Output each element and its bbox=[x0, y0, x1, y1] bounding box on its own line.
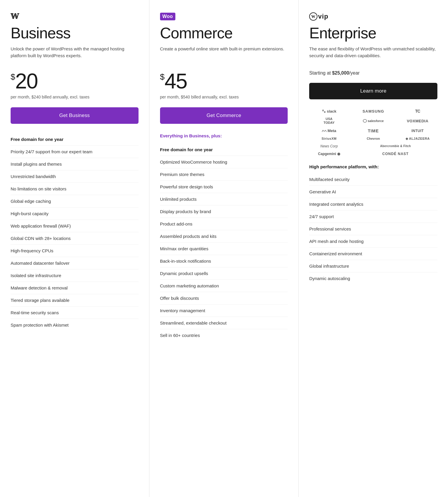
commerce-price-amount: 45 bbox=[164, 70, 187, 92]
logo-intuit: INTUIT bbox=[398, 129, 437, 133]
list-item: Back-in-stock notifications bbox=[160, 255, 288, 267]
list-item: 24/7 support bbox=[309, 210, 437, 223]
list-item: Min/max order quantities bbox=[160, 243, 288, 255]
list-item: High-frequency CPUs bbox=[11, 245, 139, 257]
list-item: High-burst capacity bbox=[11, 208, 139, 220]
logo-siriusxm: SiriusXM bbox=[309, 137, 349, 140]
meta-icon bbox=[322, 129, 327, 132]
list-item: Dynamic autoscaling bbox=[309, 272, 437, 284]
list-item: Generative AI bbox=[309, 186, 437, 198]
commerce-price-note: per month, $540 billed annually, excl. t… bbox=[160, 94, 288, 100]
pricing-grid: 𝕎 Business Unlock the power of WordPress… bbox=[0, 0, 448, 497]
enterprise-plan-desc: The ease and flexibility of WordPress wi… bbox=[309, 46, 437, 63]
list-item: Free domain for one year bbox=[11, 133, 139, 146]
list-item: Global CDN with 28+ locations bbox=[11, 232, 139, 245]
business-price-note: per month, $240 billed annually, excl. t… bbox=[11, 94, 139, 100]
vip-text-label: vip bbox=[318, 13, 328, 20]
get-commerce-button[interactable]: Get Commerce bbox=[160, 107, 288, 124]
list-item: Powerful store design tools bbox=[160, 181, 288, 193]
logo-abercrombie: Abercrombie & Fitch bbox=[354, 144, 437, 148]
enterprise-plan-column: W vip Enterprise The ease and flexibilit… bbox=[299, 0, 448, 497]
logo-salesforce: salesforce bbox=[354, 119, 393, 123]
business-plan-desc: Unlock the power of WordPress with the m… bbox=[11, 46, 139, 63]
business-price-display: $ 20 bbox=[11, 70, 139, 92]
vip-logo-mark: W vip bbox=[309, 12, 328, 21]
vip-wp-icon: W bbox=[309, 12, 317, 21]
logo-techcrunch: TC bbox=[398, 109, 437, 113]
business-features-list: Free domain for one year Priority 24/7 s… bbox=[11, 133, 139, 331]
list-item: Display products by brand bbox=[160, 205, 288, 218]
business-logo: 𝕎 bbox=[11, 12, 139, 21]
salesforce-icon bbox=[363, 119, 367, 123]
list-item: Dynamic product upsells bbox=[160, 267, 288, 280]
logo-usa-today: USATODAY bbox=[309, 117, 349, 125]
business-plan-name: Business bbox=[11, 25, 139, 42]
list-item: Spam protection with Akismet bbox=[11, 319, 139, 331]
logo-samsung: SAMSUNG bbox=[354, 109, 393, 113]
woo-logo-text: Woo bbox=[162, 14, 173, 19]
business-plan-column: 𝕎 Business Unlock the power of WordPress… bbox=[0, 0, 149, 497]
commerce-logo: Woo bbox=[160, 12, 288, 21]
learn-more-button[interactable]: Learn more bbox=[309, 83, 437, 99]
list-item: Malware detection & removal bbox=[11, 282, 139, 294]
list-item: Install plugins and themes bbox=[11, 158, 139, 170]
list-item: Premium store themes bbox=[160, 168, 288, 181]
enterprise-logo: W vip bbox=[309, 12, 437, 21]
enterprise-plan-name: Enterprise bbox=[309, 25, 437, 42]
commerce-plan-name: Commerce bbox=[160, 25, 288, 42]
commerce-plan-column: Woo Commerce Create a powerful online st… bbox=[149, 0, 299, 497]
commerce-features-header: Everything in Business, plus: bbox=[160, 133, 288, 138]
commerce-features-list: Free domain for one year Optimized WooCo… bbox=[160, 144, 288, 341]
list-item: Assembled products and kits bbox=[160, 230, 288, 243]
list-item: Real-time security scans bbox=[11, 307, 139, 319]
logo-slack: slack bbox=[309, 109, 349, 113]
commerce-price-display: $ 45 bbox=[160, 70, 288, 92]
list-item: Automated datacenter failover bbox=[11, 257, 139, 269]
list-item: Professional services bbox=[309, 223, 437, 235]
list-item: Integrated content analytics bbox=[309, 198, 437, 210]
list-item: Global infrastructure bbox=[309, 260, 437, 272]
wp-logo-icon: 𝕎 bbox=[11, 12, 24, 21]
list-item: Optimized WooCommerce hosting bbox=[160, 156, 288, 168]
enterprise-section-title: High performance platform, with: bbox=[309, 164, 437, 169]
list-item: Streamlined, extendable checkout bbox=[160, 317, 288, 329]
commerce-price-dollar: $ bbox=[160, 73, 165, 81]
list-item: Web application firewall (WAF) bbox=[11, 220, 139, 232]
list-item: Custom marketing automation bbox=[160, 280, 288, 292]
logo-meta: Meta bbox=[309, 129, 349, 133]
logo-condenast: CONDÉ NAST bbox=[354, 152, 437, 156]
list-item: Inventory management bbox=[160, 305, 288, 317]
enterprise-logos-grid: slack SAMSUNG TC USATODAY salesforce bbox=[309, 109, 437, 156]
list-item: Product add-ons bbox=[160, 218, 288, 230]
list-item: Containerized environment bbox=[309, 248, 437, 260]
logo-chevron: Chevron bbox=[354, 137, 393, 141]
svg-point-7 bbox=[363, 119, 367, 122]
commerce-plan-desc: Create a powerful online store with buil… bbox=[160, 46, 288, 63]
logo-voxmedia: VOXMEDIA bbox=[398, 119, 437, 123]
svg-rect-5 bbox=[322, 111, 324, 111]
list-item: Sell in 60+ countries bbox=[160, 329, 288, 341]
logo-capgemini: Capgemini ◉ bbox=[309, 152, 349, 156]
logo-aljazeera: ◈ ALJAZEERA bbox=[398, 137, 437, 141]
svg-text:W: W bbox=[311, 14, 315, 19]
svg-text:𝕎: 𝕎 bbox=[11, 12, 19, 20]
enterprise-starting-price: Starting at $25,000/year bbox=[309, 70, 437, 76]
logo-time: TIME bbox=[354, 129, 393, 133]
list-item: Tiered storage plans available bbox=[11, 294, 139, 307]
list-item: Unrestricted bandwidth bbox=[11, 170, 139, 183]
get-business-button[interactable]: Get Business bbox=[11, 107, 139, 124]
list-item: Free domain for one year bbox=[160, 144, 288, 156]
business-price-amount: 20 bbox=[15, 70, 38, 92]
business-price-dollar: $ bbox=[11, 73, 15, 81]
slack-icon bbox=[322, 109, 326, 113]
logo-newscorp: News Corp bbox=[309, 144, 349, 148]
enterprise-starting-price-amount: $25,000 bbox=[332, 70, 349, 75]
list-item: Global edge caching bbox=[11, 195, 139, 208]
list-item: Unlimited products bbox=[160, 193, 288, 205]
woo-logo-mark: Woo bbox=[160, 13, 175, 20]
enterprise-features-list: Multifaceted security Generative AI Inte… bbox=[309, 173, 437, 284]
list-item: Priority 24/7 support from our expert te… bbox=[11, 146, 139, 158]
list-item: No limitations on site visitors bbox=[11, 183, 139, 195]
list-item: Multifaceted security bbox=[309, 173, 437, 186]
list-item: API mesh and node hosting bbox=[309, 235, 437, 248]
